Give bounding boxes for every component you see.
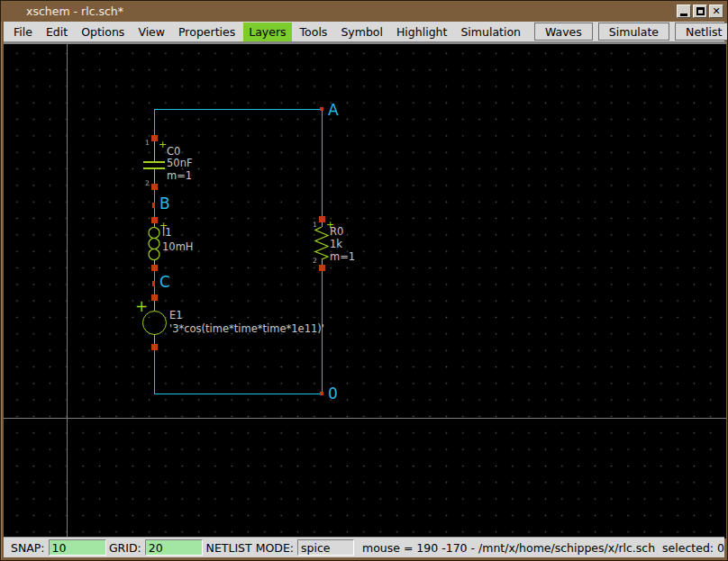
- netlabel-a-pin-mark: [320, 107, 323, 111]
- snap-label: SNAP:: [11, 541, 45, 555]
- xschem-window: xschem - rlc.sch* ✕ File Edit Options Vi…: [0, 0, 728, 561]
- origin-axis-horizontal: [4, 418, 726, 419]
- schematic-canvas[interactable]: 1 2 + C0 50nF m=1 + l1 10mH: [4, 41, 726, 538]
- minimize-button[interactable]: [677, 5, 691, 18]
- inductor-value[interactable]: 10mH: [162, 241, 193, 253]
- wire-left-4[interactable]: [154, 347, 155, 394]
- window-controls: ✕: [677, 5, 723, 18]
- title-bar[interactable]: xschem - rlc.sch* ✕: [1, 1, 727, 22]
- resistor-pin2-square[interactable]: [319, 265, 325, 271]
- resistor-pin1-number: 1: [313, 222, 317, 229]
- maximize-icon: [696, 7, 705, 15]
- net-label-b[interactable]: B: [159, 195, 170, 212]
- vsource-pin2-square[interactable]: [151, 344, 158, 350]
- capacitor-value[interactable]: 50nF: [167, 158, 193, 169]
- window-title: xschem - rlc.sch*: [26, 5, 123, 18]
- menu-options[interactable]: Options: [76, 23, 130, 41]
- close-icon: ✕: [712, 6, 720, 16]
- netlabel-c-pin-mark: [152, 281, 155, 286]
- menu-properties[interactable]: Properties: [173, 23, 241, 41]
- net-label-a[interactable]: A: [328, 102, 339, 118]
- capacitor-pin2-number: 2: [145, 180, 150, 187]
- menu-symbol[interactable]: Symbol: [335, 23, 388, 41]
- inductor-pin2-square[interactable]: [151, 265, 158, 271]
- menu-simulation[interactable]: Simulation: [455, 23, 526, 41]
- resistor-ref[interactable]: R0: [330, 226, 343, 238]
- vsource-pin1-square[interactable]: [151, 294, 158, 301]
- menu-file[interactable]: File: [8, 23, 38, 41]
- net-label-c[interactable]: C: [159, 274, 170, 290]
- snap-input[interactable]: [49, 539, 106, 556]
- inductor-pin1-square[interactable]: [151, 217, 158, 223]
- menu-highlight[interactable]: Highlight: [391, 23, 452, 41]
- capacitor-plus-sign: +: [159, 140, 167, 149]
- capacitor-plate-top[interactable]: [143, 161, 165, 163]
- capacitor-pin2-square[interactable]: [151, 184, 158, 190]
- status-bar: SNAP: GRID: NETLIST MODE: mouse = 190 -1…: [4, 537, 724, 557]
- menu-tools[interactable]: Tools: [295, 23, 333, 41]
- wire-right-1[interactable]: [322, 109, 323, 219]
- simulate-button[interactable]: Simulate: [598, 23, 669, 41]
- waves-button[interactable]: Waves: [534, 23, 593, 41]
- netlabel-gnd-pin-mark: [320, 392, 323, 395]
- close-button[interactable]: ✕: [709, 5, 723, 18]
- capacitor-pin1-square[interactable]: [151, 135, 158, 141]
- minimize-icon: [680, 14, 687, 16]
- wire-top[interactable]: [154, 109, 323, 110]
- grid-label: GRID:: [109, 541, 141, 555]
- origin-axis-vertical: [67, 44, 68, 538]
- menu-edit[interactable]: Edit: [41, 23, 73, 41]
- wire-left-1[interactable]: [154, 109, 155, 138]
- maximize-button[interactable]: [693, 5, 707, 18]
- resistor-pin1-square[interactable]: [319, 216, 325, 222]
- vsource-value[interactable]: '3*cos(time*time*time*1e11)': [169, 323, 324, 335]
- netlist-mode-input[interactable]: [297, 539, 354, 556]
- net-label-gnd[interactable]: 0: [328, 385, 338, 402]
- resistor-zigzag[interactable]: [314, 227, 330, 259]
- vsource-plus-sign: +: [135, 300, 148, 312]
- menubar-buttons: Waves Simulate Netlist Help: [529, 23, 728, 41]
- grid-area[interactable]: 1 2 + C0 50nF m=1 + l1 10mH: [4, 44, 726, 538]
- resistor-value[interactable]: 1k: [330, 239, 342, 250]
- netlist-mode-label: NETLIST MODE:: [206, 541, 294, 555]
- mouse-status-text: mouse = 190 -170 - /mnt/x/home/schippes/…: [362, 541, 724, 555]
- resistor-mult[interactable]: m=1: [330, 251, 355, 263]
- vsource-ref[interactable]: E1: [169, 310, 183, 321]
- wire-bottom[interactable]: [154, 394, 323, 394]
- capacitor-pin1-number: 1: [145, 140, 150, 147]
- inductor-ref[interactable]: l1: [162, 227, 172, 239]
- netlist-button[interactable]: Netlist: [675, 23, 728, 41]
- resistor-pin2-number: 2: [313, 258, 317, 265]
- inductor-coil[interactable]: [146, 227, 162, 260]
- netlabel-b-pin-mark: [152, 203, 155, 208]
- capacitor-mult[interactable]: m=1: [167, 170, 192, 182]
- menu-view[interactable]: View: [132, 23, 170, 41]
- menu-layers[interactable]: Layers: [243, 23, 291, 41]
- menu-bar: File Edit Options View Properties Layers…: [4, 22, 724, 41]
- grid-input[interactable]: [145, 539, 203, 556]
